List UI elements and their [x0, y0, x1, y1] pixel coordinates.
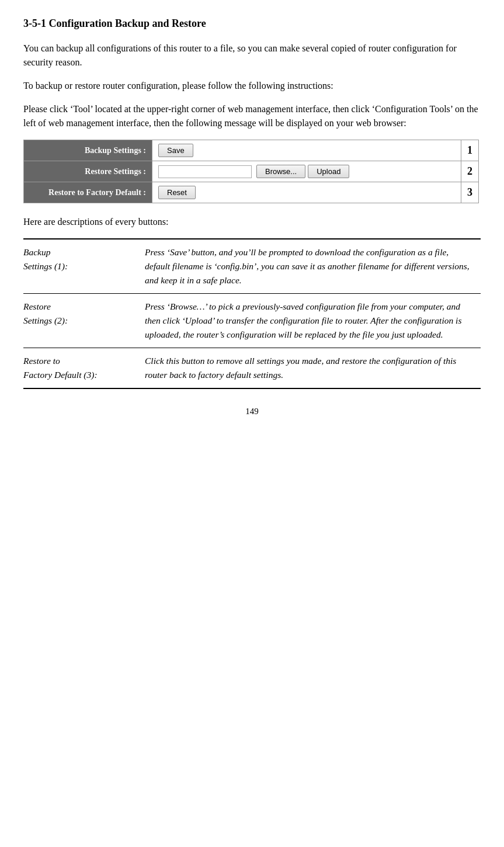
intro-paragraph-3: Please click ‘Tool’ located at the upper… [23, 102, 481, 130]
factory-default-row: Restore to Factory Default : Reset 3 [24, 182, 479, 203]
factory-number: 3 [461, 182, 479, 203]
restore-desc-row: RestoreSettings (2): Press ‘Browse…’ to … [23, 294, 481, 348]
factory-term: Restore toFactory Default (3): [23, 348, 140, 389]
restore-term: RestoreSettings (2): [23, 294, 140, 348]
backup-settings-controls: Save [152, 140, 461, 161]
restore-number: 2 [461, 161, 479, 182]
restore-settings-label: Restore Settings : [24, 161, 152, 182]
page-number: 149 [23, 407, 481, 416]
browse-button[interactable]: Browse... [256, 165, 305, 178]
intro-paragraph-1: You can backup all configurations of thi… [23, 41, 481, 70]
restore-desc: Press ‘Browse…’ to pick a previously-sav… [140, 294, 481, 348]
reset-button[interactable]: Reset [158, 186, 196, 199]
desc-intro: Here are descriptions of every buttons: [23, 215, 481, 229]
intro-paragraph-2: To backup or restore router configuratio… [23, 79, 481, 93]
backup-term: BackupSettings (1): [23, 239, 140, 294]
restore-settings-row: Restore Settings : Browse... Upload 2 [24, 161, 479, 182]
backup-settings-label: Backup Settings : [24, 140, 152, 161]
page-title: 3-5-1 Configuration Backup and Restore [23, 18, 481, 30]
backup-settings-row: Backup Settings : Save 1 [24, 140, 479, 161]
factory-desc-row: Restore toFactory Default (3): Click thi… [23, 348, 481, 389]
restore-settings-controls: Browse... Upload [152, 161, 461, 182]
descriptions-table: BackupSettings (1): Press ‘Save’ button,… [23, 238, 481, 389]
factory-desc: Click this button to remove all settings… [140, 348, 481, 389]
backup-desc: Press ‘Save’ button, and you’ll be promp… [140, 239, 481, 294]
upload-button[interactable]: Upload [308, 165, 349, 178]
file-input-display [158, 165, 252, 178]
backup-number: 1 [461, 140, 479, 161]
factory-default-label: Restore to Factory Default : [24, 182, 152, 203]
save-button[interactable]: Save [158, 144, 193, 157]
config-table: Backup Settings : Save 1 Restore Setting… [23, 140, 479, 203]
backup-desc-row: BackupSettings (1): Press ‘Save’ button,… [23, 239, 481, 294]
factory-default-controls: Reset [152, 182, 461, 203]
